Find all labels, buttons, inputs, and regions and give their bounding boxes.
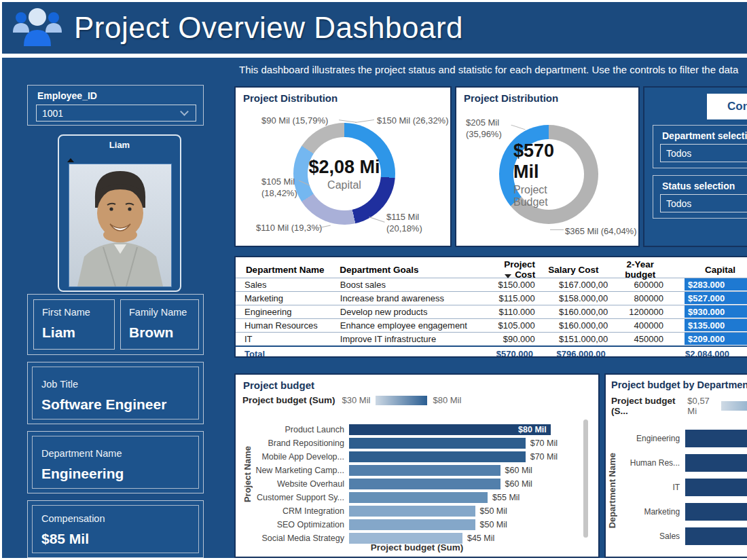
donut-label-205: $205 Mil (35,96%)	[466, 117, 513, 140]
cell-salary-cost: $167.000,00	[535, 280, 612, 290]
bar-row[interactable]: Brand Repositioning $70 Mil	[240, 436, 594, 450]
job-title-card: Job Title Software Engineer	[27, 362, 204, 424]
bar-category-label: CRM Integration	[240, 506, 349, 516]
bar[interactable]	[349, 479, 500, 489]
cell-project-cost: $115.000	[484, 293, 535, 303]
bar-row[interactable]: SEO Optimization $50 Mil	[240, 518, 594, 531]
table-row[interactable]: Marketing Increase brand awareness $115.…	[236, 291, 747, 305]
department-label: Department Name	[41, 448, 122, 459]
donut-label-150: $150 Mil (26,32%)	[377, 115, 449, 126]
capital-donut-chart[interactable]: $2,08 Mi Capital	[293, 123, 395, 225]
col-header-capital[interactable]: Capital	[685, 261, 747, 278]
capital-donut-panel: Project Distribution $2,08 Mi Capital $1…	[234, 86, 452, 247]
bar-row[interactable]: Product Launch $80 Mil	[240, 423, 594, 436]
budget-donut-chart[interactable]: $570 Mil Project Budget	[499, 125, 598, 224]
budget-by-department-legend: Project budget (S... $0,57 Mi	[611, 396, 747, 416]
col-header-salary-cost[interactable]: Salary Cost	[535, 265, 612, 275]
budget-donut-title: Project Distribution	[464, 92, 558, 104]
table-row[interactable]: Human Resources Enhance employee engagem…	[236, 318, 747, 332]
cell-department: Engineering	[236, 307, 335, 317]
triangle-marker-icon	[67, 158, 74, 162]
cell-2year-budget: 800000	[611, 293, 669, 303]
cell-capital: $930.000	[685, 305, 747, 318]
capital-center-label: Capital	[327, 179, 361, 191]
table-row[interactable]: Sales Boost sales $150.000 $167.000,00 6…	[236, 278, 747, 291]
bar-row[interactable]: Sales	[611, 524, 747, 548]
bar-row[interactable]: Mobile App Develop... $70 Mil	[240, 450, 594, 464]
bar-value-label: $50 Mil	[480, 506, 507, 516]
project-budget-chart-panel: Project budget Project budget (Sum) $30 …	[234, 373, 600, 558]
bar[interactable]	[349, 519, 475, 530]
bar-row[interactable]: CRM Integration $50 Mil	[240, 504, 594, 518]
cell-2year-budget: 400000	[611, 320, 669, 331]
leader-line	[550, 229, 564, 230]
cell-capital: $209.000	[685, 333, 747, 346]
sort-descending-icon[interactable]	[505, 274, 511, 278]
bar[interactable]	[349, 438, 526, 449]
bar[interactable]	[685, 503, 747, 521]
cell-2year-budget: 1200000	[611, 307, 669, 317]
budget-total: $570 Mil	[513, 141, 584, 183]
bar-row[interactable]: Marketing	[611, 500, 747, 524]
status-selection-dropdown[interactable]: Todos	[660, 194, 747, 212]
department-plot: Engineering Human Res... IT Marketing Sa…	[611, 426, 747, 548]
bar[interactable]	[685, 479, 747, 496]
job-title-value: Software Engineer	[41, 396, 166, 413]
bar-row[interactable]: New Marketing Camp... $60 Mil	[240, 464, 594, 477]
total-label: Total	[236, 349, 334, 358]
header-bar: Project Overview Dashboard	[2, 2, 747, 54]
bar[interactable]	[349, 465, 500, 476]
cell-goal: Develop new products	[335, 307, 484, 317]
bar[interactable]	[685, 430, 747, 447]
table-row[interactable]: IT Improve IT infrastructure $90.000 $15…	[236, 332, 747, 346]
cell-salary-cost: $151.000,00	[535, 334, 612, 344]
table-header-row[interactable]: Department Name Department Goals Project…	[236, 261, 747, 278]
cell-department: IT	[236, 334, 335, 344]
bar-category-label: New Marketing Camp...	[240, 466, 349, 475]
first-name-card: First Name Liam	[33, 299, 115, 350]
bar[interactable]	[349, 492, 488, 503]
department-selection-dropdown[interactable]: Todos	[660, 144, 747, 162]
department-card: Department Name Engineering	[27, 431, 204, 493]
employee-id-dropdown[interactable]: 1001	[36, 105, 196, 122]
dashboard-description: This dashboard illustrates the project s…	[239, 64, 747, 75]
bar-row[interactable]: Website Overhaul $60 Mil	[240, 477, 594, 491]
controls-button[interactable]: Controls	[707, 94, 747, 119]
bar[interactable]	[685, 454, 747, 472]
bar-category-label: Engineering	[611, 434, 685, 443]
col-header-department-goals[interactable]: Department Goals	[334, 265, 484, 275]
employee-photo	[69, 164, 172, 287]
bar[interactable]	[349, 506, 475, 517]
cell-department: Sales	[236, 280, 335, 290]
table-row[interactable]: Engineering Develop new products $110.00…	[236, 305, 747, 318]
bar-row[interactable]: IT	[611, 475, 747, 500]
job-title-label: Job Title	[41, 379, 78, 390]
compensation-label: Compensation	[41, 513, 105, 524]
status-selection-label: Status selection	[662, 181, 735, 191]
bar-row[interactable]: Customer Support Sy... $55 Mil	[240, 491, 594, 504]
project-budget-chart-title: Project budget	[243, 379, 314, 391]
bar[interactable]: $80 Mil	[349, 424, 551, 435]
table-total-row: Total $570.000 $796.000,00 $2.084.000	[236, 346, 747, 358]
col-header-department-name[interactable]: Department Name	[236, 265, 334, 275]
bar-value-label: $60 Mil	[505, 466, 532, 475]
bar-category-label: SEO Optimization	[240, 520, 349, 529]
cell-2year-budget: 600000	[611, 280, 669, 290]
bar[interactable]	[349, 451, 526, 462]
bar-category-label: Sales	[611, 531, 685, 541]
project-budget-plot: Product Launch $80 Mil Brand Repositioni…	[240, 423, 594, 545]
cell-project-cost: $150.000	[484, 280, 535, 290]
chart-scrollbar[interactable]	[583, 419, 588, 538]
first-name-value: Liam	[42, 324, 75, 341]
bar-row[interactable]: Engineering	[611, 426, 747, 451]
department-selection-label: Department selection	[662, 130, 747, 141]
bar-category-label: IT	[611, 483, 685, 492]
y-axis-label: Department Name	[607, 453, 617, 528]
compensation-value: $85 Mil	[41, 531, 89, 547]
bar-row[interactable]: Human Res...	[611, 451, 747, 475]
compensation-card: Compensation $85 Mil	[27, 500, 204, 558]
capital-donut-title: Project Distribution	[243, 92, 338, 104]
capital-total: $2,08 Mi	[308, 157, 380, 178]
col-header-2year-budget[interactable]: 2-Year budget	[612, 259, 669, 280]
bar[interactable]	[685, 527, 747, 545]
